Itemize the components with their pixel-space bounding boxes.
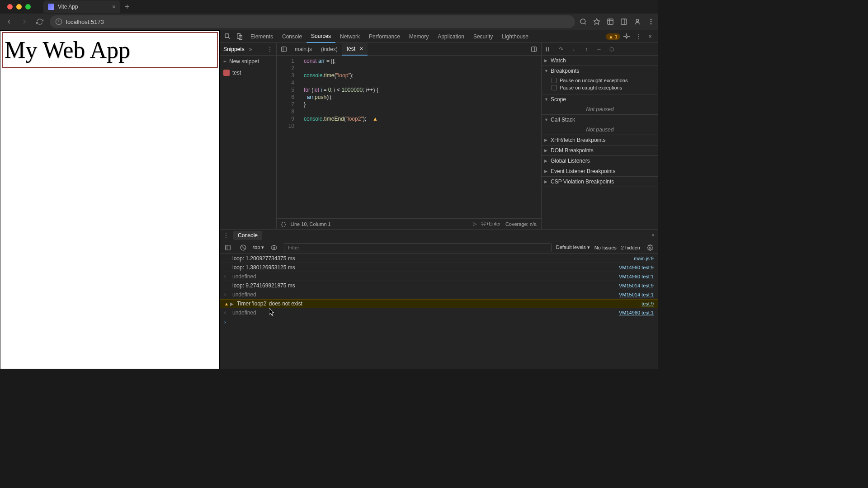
console-toolbar: top ▾ Filter Default levels ▾ No Issues … [220, 241, 658, 254]
close-devtools-icon[interactable]: × [645, 33, 656, 40]
close-drawer-button[interactable]: × [651, 232, 655, 239]
console-drawer: ⋮ Console × top ▾ Filter Default levels … [220, 229, 658, 369]
extensions-icon[interactable] [607, 18, 614, 25]
snippet-name: test [232, 70, 241, 76]
dom-breakpoints-section[interactable]: ▶DOM Breakpoints [542, 145, 658, 155]
browser-tab[interactable]: Vite App × [43, 0, 120, 13]
issues-badge[interactable]: No Issues [594, 245, 617, 250]
snippet-item[interactable]: test [220, 67, 276, 78]
line-gutter: 12345678910 [277, 56, 299, 218]
sidebar-toggle-icon[interactable] [222, 244, 233, 251]
forward-button[interactable] [19, 16, 30, 27]
log-levels-selector[interactable]: Default levels ▾ [556, 244, 590, 250]
run-icon[interactable]: ▷ [473, 221, 476, 227]
source-link[interactable]: VM15014 test:1 [619, 292, 654, 297]
navigator-more-icon[interactable]: ⋮ [267, 46, 273, 52]
devtools-tab-lighthouse[interactable]: Lighthouse [497, 30, 533, 43]
window-close-button[interactable] [7, 4, 13, 9]
breakpoints-section[interactable]: ▼Breakpoints [542, 66, 658, 76]
hidden-count: 2 hidden [621, 245, 640, 250]
zoom-icon[interactable] [580, 18, 587, 25]
live-expression-icon[interactable] [269, 244, 279, 251]
source-link[interactable]: VM15014 test:9 [619, 283, 654, 288]
pause-caught-checkbox[interactable]: Pause on caught exceptions [552, 84, 656, 91]
scope-section[interactable]: ▼Scope [542, 94, 658, 104]
reload-button[interactable] [34, 16, 45, 27]
console-prompt[interactable]: › [220, 317, 658, 327]
event-listener-breakpoints-section[interactable]: ▶Event Listener Breakpoints [542, 166, 658, 176]
source-link[interactable]: main.js:9 [634, 256, 654, 261]
console-settings-icon[interactable] [645, 244, 656, 251]
editor-tab[interactable]: test× [342, 43, 368, 56]
svg-marker-5 [594, 19, 599, 24]
snippets-tab[interactable]: Snippets [223, 46, 245, 52]
sidepanel-icon[interactable] [620, 18, 627, 25]
console-drawer-tab[interactable]: Console [233, 231, 262, 240]
pause-uncaught-checkbox[interactable]: Pause on uncaught exceptions [552, 77, 656, 84]
tab-close-button[interactable]: × [112, 3, 116, 10]
devtools-tab-sources[interactable]: Sources [307, 30, 335, 43]
step-into-button[interactable]: ↓ [570, 46, 578, 52]
new-tab-button[interactable]: + [125, 2, 130, 12]
watch-section[interactable]: ▶Watch [542, 56, 658, 66]
devtools-tab-network[interactable]: Network [335, 30, 364, 43]
code-editor[interactable]: 12345678910 const arr = []; console.time… [277, 56, 541, 218]
deactivate-bp-button[interactable]: ⬡ [608, 46, 616, 52]
more-tabs-icon[interactable]: » [249, 46, 252, 52]
editor-tab[interactable]: (index) [316, 43, 342, 56]
more-icon[interactable]: ⋮ [633, 33, 644, 40]
format-icon[interactable]: { } [281, 221, 286, 227]
toggle-navigator-icon[interactable] [278, 46, 289, 52]
xhr-breakpoints-section[interactable]: ▶XHR/fetch Breakpoints [542, 135, 658, 145]
console-row: ‹undefinedVM15014 test:1 [220, 290, 658, 299]
window-minimize-button[interactable] [16, 4, 22, 9]
plus-icon: + [223, 58, 226, 65]
csp-breakpoints-section[interactable]: ▶CSP Violation Breakpoints [542, 177, 658, 187]
editor-more-icon[interactable] [528, 46, 539, 52]
source-link[interactable]: test:9 [642, 301, 654, 306]
window-maximize-button[interactable] [25, 4, 31, 9]
new-snippet-button[interactable]: + New snippet [220, 56, 276, 67]
warnings-badge[interactable]: ▲ 1 [606, 33, 620, 40]
menu-icon[interactable] [647, 18, 655, 25]
step-button[interactable]: → [595, 46, 603, 52]
settings-icon[interactable] [621, 33, 632, 40]
step-over-button[interactable]: ↷ [557, 46, 565, 52]
devtools-tab-memory[interactable]: Memory [405, 30, 433, 43]
address-bar: localhost:5173 [0, 14, 658, 30]
console-row: loop: 9.274169921875 msVM15014 test:9 [220, 281, 658, 290]
page-content-box: My Web App [2, 32, 218, 68]
sources-panel: Snippets » ⋮ + New snippet test main.js(… [220, 43, 658, 229]
svg-line-26 [241, 245, 245, 249]
drawer-menu-icon[interactable]: ⋮ [223, 232, 229, 239]
callstack-section[interactable]: ▼Call Stack [542, 115, 658, 125]
profile-icon[interactable] [634, 18, 641, 25]
devtools-tab-console[interactable]: Console [278, 30, 307, 43]
inspect-icon[interactable] [222, 33, 233, 40]
devtools-tab-elements[interactable]: Elements [246, 30, 278, 43]
devtools-tab-application[interactable]: Application [433, 30, 469, 43]
svg-rect-19 [532, 47, 537, 52]
close-tab-icon[interactable]: × [360, 46, 363, 52]
callstack-not-paused: Not paused [542, 125, 658, 135]
filter-input[interactable]: Filter [284, 243, 551, 252]
url-field[interactable]: localhost:5173 [50, 15, 575, 28]
clear-console-icon[interactable] [238, 244, 249, 251]
devtools-tab-security[interactable]: Security [469, 30, 497, 43]
drawer-header: ⋮ Console × [220, 230, 658, 241]
console-output[interactable]: loop: 1.200927734375 msmain.js:9loop: 1.… [220, 254, 658, 369]
source-link[interactable]: VM14960 test:1 [619, 274, 654, 279]
devtools-tab-performance[interactable]: Performance [364, 30, 405, 43]
device-toggle-icon[interactable] [234, 33, 245, 40]
global-listeners-section[interactable]: ▶Global Listeners [542, 156, 658, 166]
editor-tab[interactable]: main.js [290, 43, 316, 56]
pause-button[interactable] [544, 46, 552, 52]
back-button[interactable] [4, 16, 14, 27]
cursor-position: Line 10, Column 1 [290, 221, 330, 227]
context-selector[interactable]: top ▾ [253, 244, 264, 250]
step-out-button[interactable]: ↑ [582, 46, 590, 52]
source-link[interactable]: VM14960 test:1 [619, 310, 654, 315]
source-link[interactable]: VM14960 test:9 [619, 265, 654, 270]
svg-line-4 [585, 23, 586, 24]
bookmark-icon[interactable] [593, 18, 600, 25]
